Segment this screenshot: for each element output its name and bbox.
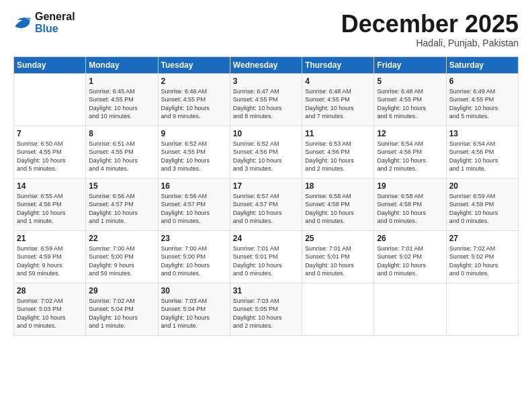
day-info: Sunrise: 6:50 AMSunset: 4:55 PMDaylight:… <box>17 140 66 173</box>
day-header-friday: Friday <box>374 56 446 73</box>
day-info: Sunrise: 6:55 AMSunset: 4:56 PMDaylight:… <box>17 193 66 225</box>
calendar-cell: 11Sunrise: 6:53 AMSunset: 4:56 PMDayligh… <box>302 126 374 178</box>
calendar-cell: 29Sunrise: 7:02 AMSunset: 5:04 PMDayligh… <box>86 283 158 335</box>
day-info: Sunrise: 7:00 AMSunset: 5:00 PMDaylight:… <box>161 245 210 277</box>
day-number: 22 <box>89 234 154 243</box>
day-info: Sunrise: 6:53 AMSunset: 4:56 PMDaylight:… <box>305 140 354 173</box>
calendar-cell: 14Sunrise: 6:55 AMSunset: 4:56 PMDayligh… <box>14 178 86 230</box>
calendar-cell: 6Sunrise: 6:49 AMSunset: 4:55 PMDaylight… <box>446 73 518 126</box>
day-info: Sunrise: 7:02 AMSunset: 5:04 PMDaylight:… <box>89 298 138 330</box>
day-number: 14 <box>17 181 83 191</box>
day-info: Sunrise: 6:54 AMSunset: 4:56 PMDaylight:… <box>377 140 426 173</box>
logo-text: General Blue <box>35 11 75 36</box>
day-info: Sunrise: 7:01 AMSunset: 5:01 PMDaylight:… <box>233 245 282 277</box>
day-number: 21 <box>17 234 83 243</box>
day-header-tuesday: Tuesday <box>158 56 230 73</box>
calendar-week-2: 7Sunrise: 6:50 AMSunset: 4:55 PMDaylight… <box>14 126 519 178</box>
day-number: 13 <box>449 129 515 138</box>
day-info: Sunrise: 6:51 AMSunset: 4:55 PMDaylight:… <box>89 140 138 173</box>
day-number: 18 <box>305 181 371 191</box>
day-info: Sunrise: 7:01 AMSunset: 5:02 PMDaylight:… <box>377 245 426 277</box>
calendar-cell: 27Sunrise: 7:02 AMSunset: 5:02 PMDayligh… <box>446 230 518 283</box>
day-info: Sunrise: 6:48 AMSunset: 4:55 PMDaylight:… <box>377 88 426 120</box>
day-number: 29 <box>89 286 154 295</box>
day-number: 7 <box>17 129 83 138</box>
calendar-cell: 26Sunrise: 7:01 AMSunset: 5:02 PMDayligh… <box>374 230 446 283</box>
day-number: 2 <box>161 77 227 86</box>
day-info: Sunrise: 6:48 AMSunset: 4:55 PMDaylight:… <box>305 88 354 120</box>
day-number: 10 <box>233 129 299 138</box>
day-number: 27 <box>449 234 515 243</box>
day-info: Sunrise: 6:59 AMSunset: 4:59 PMDaylight:… <box>449 193 498 225</box>
calendar-cell: 3Sunrise: 6:47 AMSunset: 4:55 PMDaylight… <box>230 73 302 126</box>
day-number: 16 <box>161 181 227 191</box>
page-header: General Blue December 2025 Hadali, Punja… <box>13 11 519 48</box>
calendar-cell: 24Sunrise: 7:01 AMSunset: 5:01 PMDayligh… <box>230 230 302 283</box>
title-block: December 2025 Hadali, Punjab, Pakistan <box>341 11 519 48</box>
calendar-week-1: 1Sunrise: 6:45 AMSunset: 4:55 PMDaylight… <box>14 73 519 126</box>
calendar-cell: 30Sunrise: 7:03 AMSunset: 5:04 PMDayligh… <box>158 283 230 335</box>
calendar-cell: 25Sunrise: 7:01 AMSunset: 5:01 PMDayligh… <box>302 230 374 283</box>
calendar-week-5: 28Sunrise: 7:02 AMSunset: 5:03 PMDayligh… <box>14 283 519 335</box>
calendar-cell: 2Sunrise: 6:46 AMSunset: 4:55 PMDaylight… <box>158 73 230 126</box>
calendar-week-4: 21Sunrise: 6:59 AMSunset: 4:59 PMDayligh… <box>14 230 519 283</box>
day-info: Sunrise: 7:01 AMSunset: 5:01 PMDaylight:… <box>305 245 354 277</box>
calendar-table: SundayMondayTuesdayWednesdayThursdayFrid… <box>13 56 519 336</box>
day-number: 6 <box>449 77 515 86</box>
day-number: 24 <box>233 234 299 243</box>
day-number: 30 <box>161 286 227 295</box>
day-info: Sunrise: 7:03 AMSunset: 5:05 PMDaylight:… <box>233 298 282 330</box>
calendar-cell: 17Sunrise: 6:57 AMSunset: 4:57 PMDayligh… <box>230 178 302 230</box>
day-number: 4 <box>305 77 371 86</box>
day-number: 31 <box>233 286 299 295</box>
day-number: 11 <box>305 129 371 138</box>
calendar-cell: 9Sunrise: 6:52 AMSunset: 4:55 PMDaylight… <box>158 126 230 178</box>
day-number: 20 <box>449 181 515 191</box>
calendar-cell <box>302 283 374 335</box>
day-info: Sunrise: 6:45 AMSunset: 4:55 PMDaylight:… <box>89 88 138 120</box>
day-number: 8 <box>89 129 154 138</box>
day-number: 23 <box>161 234 227 243</box>
day-header-monday: Monday <box>86 56 158 73</box>
calendar-header-row: SundayMondayTuesdayWednesdayThursdayFrid… <box>14 56 519 73</box>
day-number: 26 <box>377 234 443 243</box>
calendar-cell: 13Sunrise: 6:54 AMSunset: 4:56 PMDayligh… <box>446 126 518 178</box>
calendar-cell: 19Sunrise: 6:58 AMSunset: 4:58 PMDayligh… <box>374 178 446 230</box>
day-info: Sunrise: 6:56 AMSunset: 4:57 PMDaylight:… <box>161 193 210 225</box>
calendar-cell: 22Sunrise: 7:00 AMSunset: 5:00 PMDayligh… <box>86 230 158 283</box>
calendar-cell <box>374 283 446 335</box>
calendar-cell: 15Sunrise: 6:56 AMSunset: 4:57 PMDayligh… <box>86 178 158 230</box>
calendar-cell: 1Sunrise: 6:45 AMSunset: 4:55 PMDaylight… <box>86 73 158 126</box>
month-title: December 2025 <box>341 11 519 38</box>
calendar-week-3: 14Sunrise: 6:55 AMSunset: 4:56 PMDayligh… <box>14 178 519 230</box>
day-header-wednesday: Wednesday <box>230 56 302 73</box>
calendar-cell: 4Sunrise: 6:48 AMSunset: 4:55 PMDaylight… <box>302 73 374 126</box>
calendar-cell <box>446 283 518 335</box>
day-info: Sunrise: 6:57 AMSunset: 4:57 PMDaylight:… <box>233 193 282 225</box>
calendar-cell: 10Sunrise: 6:52 AMSunset: 4:56 PMDayligh… <box>230 126 302 178</box>
day-header-thursday: Thursday <box>302 56 374 73</box>
day-info: Sunrise: 6:52 AMSunset: 4:56 PMDaylight:… <box>233 140 282 173</box>
calendar-cell: 21Sunrise: 6:59 AMSunset: 4:59 PMDayligh… <box>14 230 86 283</box>
day-header-sunday: Sunday <box>14 56 86 73</box>
calendar-cell <box>14 73 86 126</box>
day-number: 1 <box>89 77 154 86</box>
day-info: Sunrise: 7:02 AMSunset: 5:02 PMDaylight:… <box>449 245 498 277</box>
calendar-cell: 18Sunrise: 6:58 AMSunset: 4:58 PMDayligh… <box>302 178 374 230</box>
day-header-saturday: Saturday <box>446 56 518 73</box>
day-info: Sunrise: 6:49 AMSunset: 4:55 PMDaylight:… <box>449 88 498 120</box>
calendar-cell: 31Sunrise: 7:03 AMSunset: 5:05 PMDayligh… <box>230 283 302 335</box>
logo: General Blue <box>13 11 75 36</box>
calendar-cell: 8Sunrise: 6:51 AMSunset: 4:55 PMDaylight… <box>86 126 158 178</box>
day-number: 17 <box>233 181 299 191</box>
day-info: Sunrise: 7:03 AMSunset: 5:04 PMDaylight:… <box>161 298 210 330</box>
calendar-cell: 28Sunrise: 7:02 AMSunset: 5:03 PMDayligh… <box>14 283 86 335</box>
calendar-cell: 23Sunrise: 7:00 AMSunset: 5:00 PMDayligh… <box>158 230 230 283</box>
day-info: Sunrise: 6:59 AMSunset: 4:59 PMDaylight:… <box>17 245 63 277</box>
day-number: 5 <box>377 77 443 86</box>
day-info: Sunrise: 6:46 AMSunset: 4:55 PMDaylight:… <box>161 88 210 120</box>
day-info: Sunrise: 6:58 AMSunset: 4:58 PMDaylight:… <box>377 193 426 225</box>
day-number: 25 <box>305 234 371 243</box>
calendar-cell: 16Sunrise: 6:56 AMSunset: 4:57 PMDayligh… <box>158 178 230 230</box>
day-number: 15 <box>89 181 154 191</box>
